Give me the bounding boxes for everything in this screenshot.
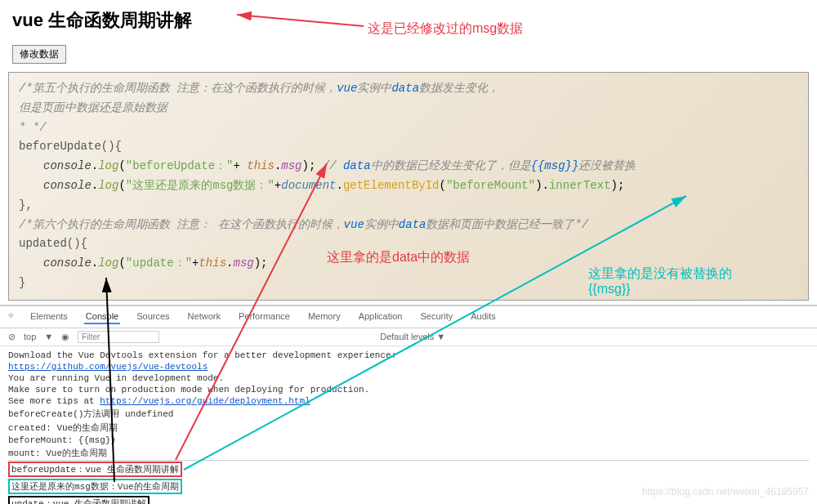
code-editor: /*第五个执行的生命周期函数 注意：在这个函数执行的时候，vue实例中data数…: [8, 72, 809, 301]
context-selector[interactable]: top: [24, 332, 36, 341]
clear-console-icon[interactable]: ⊘: [8, 332, 16, 342]
filter-input[interactable]: Filter: [78, 331, 159, 343]
tab-security[interactable]: Security: [418, 310, 454, 324]
console-output: Download the Vue Devtools extension for …: [0, 346, 817, 504]
tab-audits[interactable]: Audits: [469, 310, 498, 324]
devtools-tabs: ⟐ Elements Console Sources Network Perfo…: [0, 306, 817, 328]
log-levels[interactable]: Default levels ▼: [380, 332, 445, 341]
watermark: https://blog.csdn.net/weixin_46195957: [642, 486, 809, 497]
tab-console[interactable]: Console: [84, 310, 120, 324]
page-title: vue 生命函数周期讲解: [12, 10, 192, 30]
console-highlight-black: update：vue 生命函数周期讲解: [8, 496, 150, 504]
tab-elements[interactable]: Elements: [29, 310, 69, 324]
modify-data-button[interactable]: 修改数据: [12, 45, 66, 64]
console-highlight-cyan: 这里还是原来的msg数据：Vue的生命周期: [8, 479, 182, 494]
devtools-panel: ⟐ Elements Console Sources Network Perfo…: [0, 305, 817, 504]
tab-application[interactable]: Application: [357, 310, 404, 324]
tab-memory[interactable]: Memory: [306, 310, 342, 324]
code-comment: /*第五个执行的生命周期函数 注意：在这个函数执行的时候，: [19, 82, 337, 95]
devtools-link[interactable]: https://github.com/vuejs/vue-devtools: [8, 362, 208, 372]
tab-sources[interactable]: Sources: [135, 310, 171, 324]
console-highlight-red: beforeUpdate：vue 生命函数周期讲解: [8, 462, 182, 477]
eye-icon[interactable]: ◉: [61, 332, 69, 342]
inspect-icon[interactable]: ⟐: [8, 310, 14, 324]
tab-network[interactable]: Network: [186, 310, 222, 324]
tab-performance[interactable]: Performance: [237, 310, 292, 324]
deployment-link[interactable]: https://vuejs.org/guide/deployment.html: [100, 396, 310, 406]
